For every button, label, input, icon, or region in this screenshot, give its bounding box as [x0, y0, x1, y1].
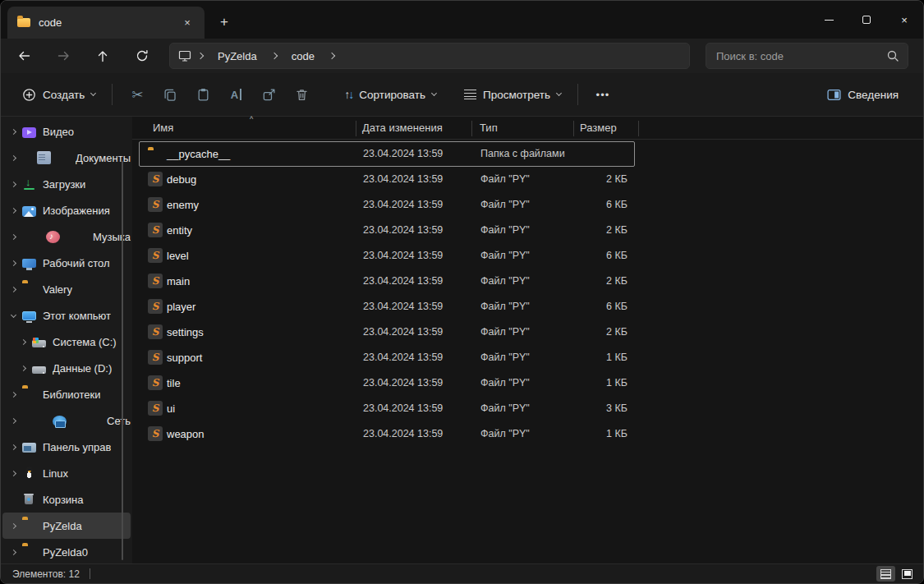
sidebar-item-control-panel[interactable]: Панель управ [2, 434, 131, 460]
table-row-support[interactable]: S support 23.04.2024 13:59 Файл "PY" 1 К… [139, 345, 635, 370]
sidebar-item-drive-c[interactable]: Система (C:) [2, 329, 131, 355]
copy-button[interactable] [154, 80, 186, 109]
details-view-icon [880, 569, 891, 579]
sidebar-item-valery[interactable]: Valery [2, 276, 131, 302]
breadcrumb-chevron-icon[interactable] [197, 53, 204, 59]
column-header-size[interactable]: Размер [580, 122, 617, 134]
column-divider[interactable] [471, 121, 472, 136]
sidebar-item-downloads[interactable]: Загрузки [2, 171, 131, 197]
column-header-type[interactable]: Тип [480, 122, 498, 134]
sidebar-item-pyzelda[interactable]: PyZelda [2, 513, 131, 539]
new-tab-button[interactable]: + [213, 11, 236, 34]
sidebar-item-label: Данные (D:) [53, 362, 112, 375]
chevron-right-icon[interactable] [17, 362, 29, 374]
forward-button[interactable] [47, 42, 80, 70]
sidebar-item-music[interactable]: Музыка [2, 223, 131, 250]
up-button[interactable] [86, 42, 119, 70]
breadcrumb-chevron-icon[interactable] [329, 53, 335, 59]
tab-close-button[interactable]: × [178, 14, 196, 32]
sidebar-item-label: PyZelda0 [43, 546, 88, 559]
sidebar-item-this-pc[interactable]: Этот компьют [2, 302, 131, 329]
explorer-tab[interactable]: code × [7, 7, 205, 39]
search-icon[interactable] [886, 49, 899, 62]
large-icons-view-button[interactable] [898, 566, 917, 582]
chevron-right-icon[interactable] [7, 178, 19, 190]
chevron-right-icon[interactable] [7, 257, 19, 269]
table-row-pycache[interactable]: __pycache__ 23.04.2024 13:59 Папка с фай… [139, 141, 635, 167]
items-count-label: Элементов: 12 [12, 568, 80, 580]
sidebar-item-documents[interactable]: Документы [2, 145, 131, 171]
maximize-button[interactable] [848, 1, 885, 39]
search-input[interactable] [716, 50, 886, 62]
back-button[interactable] [7, 42, 40, 70]
table-row-enemy[interactable]: S enemy 23.04.2024 13:59 Файл "PY" 6 КБ [139, 192, 635, 218]
sidebar-item-drive-d[interactable]: Данные (D:) [2, 355, 131, 381]
chevron-right-icon[interactable] [7, 152, 19, 163]
cut-button[interactable]: ✂ [121, 80, 154, 109]
sidebar-scrollbar[interactable] [122, 161, 123, 560]
table-row-ui[interactable]: S ui 23.04.2024 13:59 Файл "PY" 3 КБ [139, 396, 635, 421]
sidebar-item-desktop[interactable]: Рабочий стол [2, 250, 131, 276]
close-button[interactable]: × [885, 1, 923, 39]
sidebar-item-libraries[interactable]: Библиотеки [2, 381, 131, 407]
chevron-down-icon[interactable] [7, 310, 19, 321]
chevron-right-icon[interactable] [7, 546, 19, 558]
chevron-right-icon[interactable] [7, 283, 19, 295]
table-row-player[interactable]: S player 23.04.2024 13:59 Файл "PY" 6 КБ [139, 294, 635, 320]
command-toolbar: Создать ✂ A ↑↓ Сортировать Просмотреть [1, 73, 923, 117]
chevron-right-icon[interactable] [7, 441, 19, 453]
sidebar-item-pictures[interactable]: Изображения [2, 197, 131, 223]
videos-icon [22, 127, 36, 138]
sidebar-item-videos[interactable]: Видео [2, 118, 131, 145]
chevron-right-icon[interactable] [7, 467, 19, 479]
share-button[interactable] [252, 80, 285, 109]
large-icons-view-icon [902, 569, 913, 579]
table-row-tile[interactable]: S tile 23.04.2024 13:59 Файл "PY" 1 КБ [139, 370, 635, 396]
column-divider[interactable] [573, 121, 574, 136]
address-bar[interactable]: PyZelda code [169, 43, 690, 69]
view-button[interactable]: Просмотреть [456, 80, 569, 109]
documents-icon [37, 151, 51, 164]
table-row-weapon[interactable]: S weapon 23.04.2024 13:59 Файл "PY" 1 КБ [139, 421, 635, 447]
table-row-main[interactable]: S main 23.04.2024 13:59 Файл "PY" 2 КБ [139, 269, 635, 294]
chevron-right-icon[interactable] [7, 520, 19, 531]
rename-button[interactable]: A [219, 80, 252, 109]
table-row-entity[interactable]: S entity 23.04.2024 13:59 Файл "PY" 2 КБ [139, 218, 635, 243]
sidebar-item-network[interactable]: Сеть [2, 407, 131, 434]
minimize-button[interactable] [810, 1, 848, 39]
sidebar-item-linux[interactable]: Linux [2, 460, 131, 486]
back-arrow-icon [17, 49, 31, 62]
table-row-settings[interactable]: S settings 23.04.2024 13:59 Файл "PY" 2 … [139, 320, 635, 345]
sort-button[interactable]: ↑↓ Сортировать [336, 80, 444, 109]
recycle-bin-icon [22, 493, 36, 506]
more-options-button[interactable]: ••• [586, 80, 619, 109]
column-divider[interactable] [356, 121, 356, 136]
table-row-debug[interactable]: S debug 23.04.2024 13:59 Файл "PY" 2 КБ [139, 167, 635, 192]
breadcrumb-chevron-icon[interactable] [270, 53, 277, 59]
sidebar-item-pyzelda0[interactable]: PyZelda0 [2, 539, 131, 565]
linux-penguin-icon [22, 467, 36, 480]
column-header-date[interactable]: Дата изменения [362, 122, 443, 134]
maximize-icon [862, 16, 871, 24]
chevron-right-icon[interactable] [7, 415, 19, 426]
breadcrumb-segment-code[interactable]: code [283, 45, 323, 67]
chevron-right-icon[interactable] [7, 231, 19, 242]
delete-button[interactable] [285, 80, 318, 109]
refresh-button[interactable] [126, 42, 159, 70]
column-header-name[interactable]: Имя [153, 122, 173, 134]
ellipsis-icon: ••• [596, 89, 610, 101]
column-divider[interactable] [638, 121, 639, 136]
chevron-right-icon[interactable] [7, 205, 19, 216]
control-panel-icon [22, 443, 36, 453]
details-view-button[interactable] [876, 566, 895, 582]
paste-button[interactable] [186, 80, 219, 109]
chevron-right-icon[interactable] [7, 389, 19, 400]
breadcrumb-segment-pyzelda[interactable]: PyZelda [209, 45, 265, 67]
sort-label: Сортировать [359, 89, 425, 101]
chevron-right-icon[interactable] [17, 336, 29, 347]
sidebar-item-recycle-bin[interactable]: Корзина [2, 486, 131, 513]
chevron-right-icon[interactable] [7, 126, 19, 137]
create-new-button[interactable]: Создать [14, 80, 103, 109]
details-pane-button[interactable]: Сведения [819, 80, 907, 109]
table-row-level[interactable]: S level 23.04.2024 13:59 Файл "PY" 6 КБ [139, 243, 635, 269]
